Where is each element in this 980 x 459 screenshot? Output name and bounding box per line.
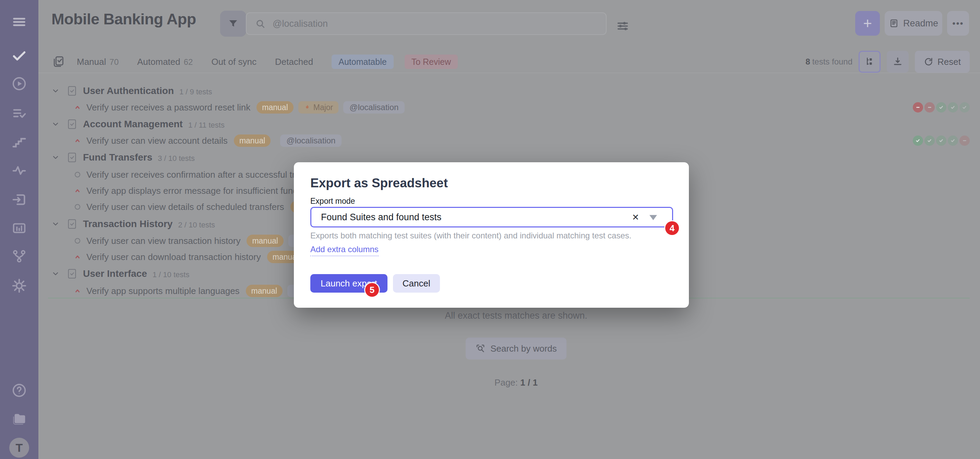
export-mode-value: Found Suites and found tests — [321, 212, 441, 223]
menu-icon[interactable] — [10, 13, 28, 31]
severity-badge: Major — [298, 101, 339, 113]
tree-view-icon — [864, 56, 875, 67]
export-mode-select[interactable]: Found Suites and found tests ✕ — [310, 207, 673, 228]
filter-out-of-sync[interactable]: Out of sync — [211, 57, 256, 67]
cancel-button[interactable]: Cancel — [393, 274, 440, 293]
test-title[interactable]: Verify user receives a password reset li… — [86, 102, 250, 113]
suite-doc-icon — [67, 86, 77, 96]
projects-folder-icon[interactable] — [10, 410, 28, 428]
chevron-down-icon[interactable] — [649, 215, 657, 220]
run-status-dot-passed — [913, 135, 923, 146]
filter-manual-count: 70 — [110, 57, 119, 67]
list-footer: All exact tests matches are shown. Searc… — [38, 311, 980, 388]
clear-selection-icon[interactable]: ✕ — [632, 213, 639, 222]
open-circle-icon — [73, 203, 82, 211]
run-status-dot-passed — [924, 135, 935, 146]
badge-automatable[interactable]: Automatable — [332, 54, 393, 69]
search-icon — [255, 18, 266, 29]
select-all-icon[interactable] — [51, 55, 65, 69]
filter-automated[interactable]: Automated 62 — [137, 57, 193, 67]
run-history — [913, 135, 970, 146]
export-download-button[interactable] — [887, 51, 909, 73]
analytics-icon[interactable] — [10, 219, 28, 237]
tag-badge[interactable]: @localisation — [280, 134, 342, 147]
adjustments-icon[interactable] — [616, 19, 630, 33]
plans-icon[interactable] — [10, 104, 28, 122]
chevron-down-icon[interactable] — [51, 220, 60, 228]
filter-bar: Manual 70 Automated 62 Out of sync Detac… — [51, 51, 970, 73]
suite-count: 2 / 10 tests — [178, 221, 215, 230]
reset-label: Reset — [937, 57, 961, 67]
filter-funnel-button[interactable] — [220, 11, 246, 37]
suite-name[interactable]: Transaction History — [83, 218, 172, 230]
flame-icon — [304, 104, 311, 111]
suite-name[interactable]: User Authentication — [83, 85, 174, 96]
search-by-words-label: Search by words — [490, 343, 557, 354]
avatar[interactable]: T — [9, 438, 29, 457]
pagination: Page: 1 / 1 — [495, 377, 538, 388]
tests-icon[interactable] — [10, 47, 28, 64]
chevron-down-icon[interactable] — [51, 269, 60, 278]
priority-up-icon — [73, 137, 82, 145]
test-title[interactable]: Verify user can download transaction his… — [86, 252, 261, 263]
suite-count: 3 / 10 tests — [158, 154, 195, 163]
run-status-dot-passed — [948, 135, 958, 146]
test-title[interactable]: Verify user can view details of schedule… — [86, 202, 284, 212]
test-title[interactable]: Verify app supports multiple languages — [86, 286, 240, 296]
download-icon — [892, 56, 903, 67]
suite-row[interactable]: User Authentication 1 / 9 tests — [51, 83, 970, 99]
run-status-dot-failed — [924, 102, 935, 113]
milestones-icon[interactable] — [10, 133, 28, 151]
suite-name[interactable]: Account Management — [83, 119, 183, 130]
priority-up-icon — [73, 287, 82, 295]
suite-count: 1 / 10 tests — [153, 270, 189, 279]
test-title[interactable]: Verify user receives confirmation after … — [86, 169, 320, 180]
import-icon[interactable] — [10, 191, 28, 209]
test-title[interactable]: Verify app displays error message for in… — [86, 186, 302, 196]
settings-gear-icon[interactable] — [10, 277, 28, 295]
test-badges: manual @localisation — [234, 134, 342, 147]
branches-icon[interactable] — [10, 247, 28, 265]
tag-badge[interactable]: @localisation — [343, 101, 405, 113]
manual-badge: manual — [247, 235, 283, 247]
tree-view-toggle-button[interactable] — [859, 51, 881, 73]
export-modal: Export as Spreadsheet Export mode Found … — [294, 162, 689, 308]
chevron-down-icon[interactable] — [51, 87, 60, 95]
chevron-down-icon[interactable] — [51, 153, 60, 162]
run-history — [913, 102, 970, 113]
filter-out-of-sync-label: Out of sync — [211, 57, 256, 67]
chevron-down-icon[interactable] — [51, 120, 60, 128]
severity-label: Major — [313, 103, 333, 112]
search-by-words-button[interactable]: Search by words — [466, 338, 566, 360]
test-row[interactable]: Verify user receives a password reset li… — [51, 99, 970, 116]
test-title[interactable]: Verify user can view account details — [86, 135, 228, 146]
ellipsis-icon: ••• — [952, 18, 964, 29]
search-input[interactable] — [246, 12, 606, 35]
more-menu-button[interactable]: ••• — [947, 11, 969, 36]
suite-name[interactable]: Fund Transfers — [83, 152, 152, 163]
filter-detached[interactable]: Detached — [275, 57, 313, 67]
new-item-button[interactable]: + — [855, 11, 880, 36]
suite-doc-icon — [67, 119, 77, 129]
page-title: Mobile Banking App — [51, 10, 196, 28]
tests-found-count: 8 — [805, 57, 810, 66]
priority-up-icon — [73, 103, 82, 112]
suite-row[interactable]: Account Management 1 / 11 tests — [51, 116, 970, 132]
test-badges: manual Major @localisation — [256, 101, 405, 113]
manual-badge: manual — [234, 134, 270, 147]
suite-name[interactable]: User Interface — [83, 268, 147, 279]
divider — [38, 73, 980, 73]
export-mode-helper: Exports both matching test suites (with … — [310, 231, 631, 241]
help-icon[interactable] — [10, 381, 28, 399]
readme-button[interactable]: Readme — [885, 11, 942, 36]
add-extra-columns-link[interactable]: Add extra columns — [310, 245, 379, 256]
reset-button[interactable]: Reset — [915, 51, 970, 73]
search-wrap — [246, 12, 606, 35]
filter-manual[interactable]: Manual 70 — [77, 57, 119, 67]
runs-icon[interactable] — [10, 75, 28, 92]
badge-to-review[interactable]: To Review — [405, 54, 458, 69]
pulse-icon[interactable] — [10, 161, 28, 179]
test-row[interactable]: Verify user can view account details man… — [51, 132, 970, 149]
badge-automatable-label: Automatable — [339, 57, 387, 67]
test-title[interactable]: Verify user can view transaction history — [86, 236, 240, 246]
